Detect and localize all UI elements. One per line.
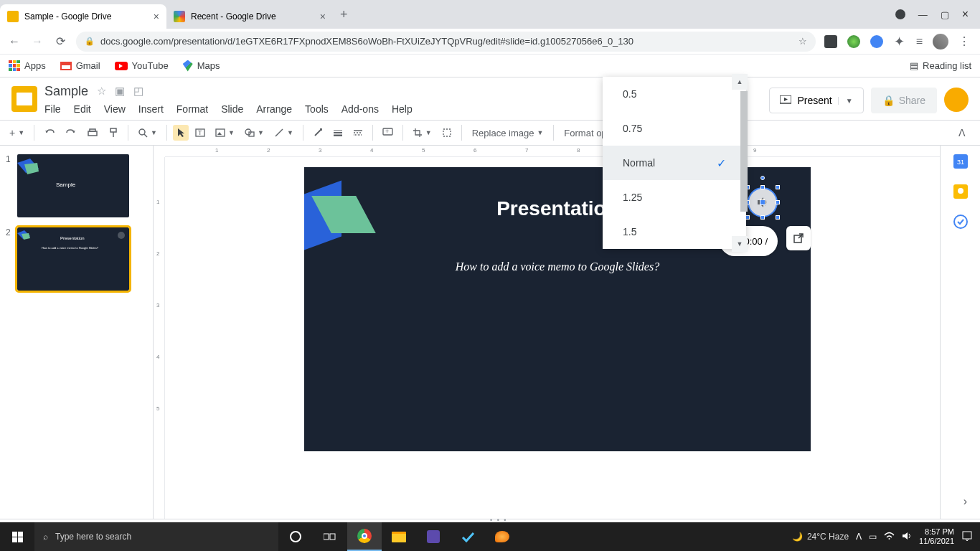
slide-subtitle-text[interactable]: How to add a voice memo to Google Slides…	[304, 260, 811, 273]
start-button[interactable]	[0, 522, 34, 551]
battery-icon[interactable]: ▭	[869, 532, 877, 542]
new-slide-button[interactable]: +▼	[6, 124, 28, 141]
volume-icon[interactable]	[902, 532, 912, 542]
line-tool[interactable]: ▼	[270, 125, 297, 141]
menu-addons[interactable]: Add-ons	[341, 103, 379, 115]
app-taskbar-icon[interactable]	[451, 522, 485, 551]
menu-slide[interactable]: Slide	[221, 103, 243, 115]
menu-insert[interactable]: Insert	[138, 103, 164, 115]
taskbar-search[interactable]: ⌕ Type here to search	[34, 522, 278, 551]
chrome-menu-icon[interactable]: ⋮	[958, 34, 970, 48]
ext-icon[interactable]	[824, 35, 837, 48]
close-window-button[interactable]: ×	[962, 8, 969, 21]
cortana-icon[interactable]	[278, 522, 313, 551]
crop-button[interactable]: ▼	[409, 125, 435, 141]
star-icon[interactable]: ☆	[798, 36, 807, 47]
menu-view[interactable]: View	[104, 103, 126, 115]
speed-option-normal[interactable]: Normal✓	[603, 146, 746, 180]
account-avatar[interactable]	[944, 88, 969, 112]
notifications-icon[interactable]	[961, 530, 973, 544]
tabs-list-icon[interactable]: ≡	[916, 35, 923, 48]
forward-button[interactable]: →	[30, 35, 44, 48]
shape-tool[interactable]: ▼	[241, 125, 268, 141]
paint-taskbar-icon[interactable]	[485, 522, 519, 551]
share-button[interactable]: 🔒 Share	[871, 88, 937, 113]
ext-icon[interactable]	[870, 35, 883, 48]
menu-arrange[interactable]: Arrange	[256, 103, 292, 115]
omnibox[interactable]: 🔒 docs.google.com/presentation/d/1eGTXE6…	[76, 32, 816, 52]
speed-option-0-75[interactable]: 0.75	[603, 111, 746, 146]
show-side-panel-icon[interactable]: ›	[963, 495, 967, 508]
menu-file[interactable]: File	[44, 103, 61, 115]
extensions-icon[interactable]: ✦	[893, 35, 906, 48]
textbox-tool[interactable]: T	[192, 125, 209, 141]
browser-tab-active[interactable]: Sample - Google Drive ×	[0, 4, 166, 29]
browser-tab[interactable]: Recent - Google Drive ×	[166, 4, 333, 29]
bookmark-gmail[interactable]: Gmail	[60, 60, 100, 71]
reading-list-button[interactable]: ▤ Reading list	[910, 60, 971, 71]
slide-thumbnail-2[interactable]: Presentation How to add a voice memo to …	[17, 227, 129, 291]
star-icon[interactable]: ☆	[97, 85, 106, 98]
check-icon: ✓	[717, 156, 726, 170]
comment-button[interactable]: +	[379, 125, 397, 141]
print-button[interactable]	[83, 125, 102, 141]
minimize-button[interactable]: —	[918, 9, 928, 20]
speed-option-1-5[interactable]: 1.5	[603, 215, 746, 249]
apps-shortcut[interactable]: Apps	[9, 60, 46, 72]
image-tool[interactable]: ▼	[212, 125, 238, 141]
slide-thumbnail-1[interactable]: Sample	[17, 154, 129, 217]
bookmark-youtube[interactable]: YouTube	[115, 60, 169, 71]
menu-tools[interactable]: Tools	[305, 103, 329, 115]
speed-option-0-5[interactable]: 0.5	[603, 77, 746, 111]
line-dash-button[interactable]	[349, 126, 367, 139]
bookmark-maps[interactable]: Maps	[183, 60, 220, 72]
paint-format-button[interactable]	[105, 125, 122, 141]
menu-edit[interactable]: Edit	[74, 103, 91, 115]
ext-icon[interactable]	[847, 35, 860, 48]
extension-indicator-icon[interactable]	[895, 9, 905, 19]
line-weight-button[interactable]	[329, 126, 347, 139]
audio-object[interactable]	[748, 187, 778, 217]
mask-button[interactable]	[438, 125, 456, 141]
speed-option-1-25[interactable]: 1.25	[603, 180, 746, 215]
collapse-toolbar-icon[interactable]: ᐱ	[958, 127, 966, 138]
clock-date: 11/6/2021	[919, 537, 954, 546]
weather-widget[interactable]: 🌙 24°C Haze	[792, 532, 849, 542]
maximize-button[interactable]: ▢	[941, 9, 949, 20]
calendar-icon[interactable]: 31	[953, 154, 968, 169]
scroll-down-icon[interactable]: ▼	[732, 236, 748, 252]
app-taskbar-icon[interactable]	[416, 522, 451, 551]
clock-time: 8:57 PM	[919, 527, 954, 537]
present-dropdown-icon[interactable]: ▼	[838, 97, 857, 105]
close-tab-icon[interactable]: ×	[154, 11, 159, 22]
redo-button[interactable]	[62, 125, 80, 141]
menu-format[interactable]: Format	[176, 103, 208, 115]
chrome-taskbar-icon[interactable]	[347, 522, 382, 551]
new-tab-button[interactable]: +	[340, 7, 348, 22]
profile-avatar[interactable]	[933, 34, 948, 50]
task-view-icon[interactable]	[313, 522, 347, 551]
back-button[interactable]: ←	[7, 35, 22, 48]
undo-button[interactable]	[40, 125, 59, 141]
document-title[interactable]: Sample	[44, 84, 88, 99]
present-button[interactable]: Present ▼	[769, 88, 863, 113]
clock[interactable]: 8:57 PM 11/6/2021	[919, 527, 954, 546]
tasks-icon[interactable]	[953, 215, 968, 229]
replace-image-button[interactable]: Replace image▼	[468, 128, 548, 138]
select-tool[interactable]	[173, 125, 189, 141]
move-icon[interactable]: ▣	[115, 85, 125, 98]
wifi-icon[interactable]	[884, 532, 895, 542]
menu-help[interactable]: Help	[392, 103, 413, 115]
popout-button[interactable]	[786, 226, 811, 250]
tray-chevron-icon[interactable]: ᐱ	[856, 532, 862, 542]
line-color-button[interactable]	[309, 125, 326, 141]
close-tab-icon[interactable]: ×	[320, 11, 326, 22]
keep-icon[interactable]	[953, 184, 968, 199]
reload-button[interactable]: ⟳	[53, 34, 67, 48]
slides-logo-icon[interactable]	[11, 86, 37, 112]
scrollbar-thumb[interactable]	[740, 91, 748, 212]
scroll-up-icon[interactable]: ▲	[732, 74, 748, 90]
cloud-status-icon[interactable]: ◰	[133, 85, 143, 98]
zoom-button[interactable]: ▼	[134, 125, 161, 141]
explorer-taskbar-icon[interactable]	[382, 522, 416, 551]
